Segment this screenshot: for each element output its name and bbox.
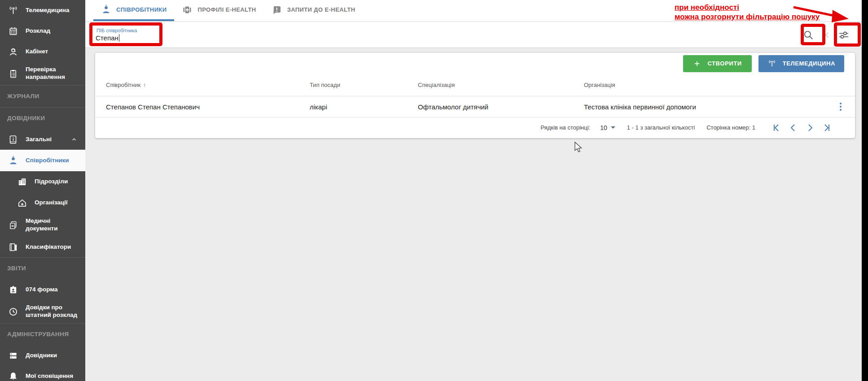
column-header-спеціалізація[interactable]: Спеціалізація	[418, 82, 584, 88]
card-toolbar: СТВОРИТИ ТЕЛЕМЕДИЦИНА	[95, 53, 855, 74]
clear-icon[interactable]	[821, 30, 831, 40]
doctor-icon	[7, 47, 19, 57]
sort-asc-icon: ↑	[143, 82, 146, 88]
sidebar-item-організації[interactable]: Організації	[0, 192, 85, 213]
mouse-cursor	[574, 142, 583, 153]
search-bar: ПІБ співробітника Степан	[85, 22, 862, 48]
first-page-button[interactable]	[770, 121, 782, 134]
clock-icon	[7, 307, 19, 317]
sidebar-section-журнали: ЖУРНАЛИ	[0, 86, 85, 107]
book-info-icon	[7, 134, 19, 145]
sidebar-section-звіти: ЗВІТИ	[0, 258, 85, 279]
list-icon	[7, 351, 19, 361]
sidebar-item-загальні[interactable]: Загальні	[0, 129, 85, 150]
column-header-тип-посади[interactable]: Тип посади	[310, 82, 418, 88]
main-content: СПІВРОБІТНИКИПРОФІЛІ E-HEALTHЗАПИТИ ДО E…	[85, 0, 862, 381]
search-bar-actions	[802, 22, 850, 48]
tab-профілі-e-health[interactable]: ПРОФІЛІ E-HEALTH	[174, 0, 263, 21]
last-page-button[interactable]	[821, 121, 833, 134]
rows-per-page-select[interactable]: 10	[600, 124, 615, 131]
row-menu-button[interactable]	[837, 100, 844, 113]
chevron-up-icon	[68, 136, 80, 143]
bell-icon	[7, 371, 19, 381]
tab-запити-до-e-health[interactable]: ЗАПИТИ ДО E-HEALTH	[264, 0, 363, 21]
cell-тип-посади: лікарі	[310, 103, 418, 111]
plus-icon	[693, 60, 701, 68]
annotation-arrow	[792, 4, 851, 24]
badge-icon	[7, 285, 19, 295]
antenna-icon	[767, 59, 776, 68]
column-header-організація[interactable]: Організація	[584, 82, 822, 88]
next-page-button[interactable]	[804, 121, 816, 134]
documents-icon	[7, 220, 19, 230]
antenna-icon	[7, 5, 19, 16]
create-button[interactable]: СТВОРИТИ	[683, 55, 751, 72]
message-alert-icon	[272, 4, 282, 15]
previous-page-button[interactable]	[787, 121, 799, 134]
person-icon	[7, 156, 19, 166]
rows-per-page-label: Рядків на сторінці:	[540, 124, 590, 131]
sidebar-section-адміністрування: АДМІНІСТРУВАННЯ	[0, 324, 85, 345]
sidebar-item-074-форма[interactable]: 074 форма	[0, 279, 85, 300]
sidebar-item-телемедицина[interactable]: Телемедицина	[0, 0, 85, 21]
sidebar-item-довідки-про-штатний-розклад[interactable]: Довідки про штатний розклад	[0, 300, 85, 323]
clipboard-icon	[7, 69, 19, 79]
books-icon	[7, 242, 19, 252]
sidebar-item-перевірка-направлення[interactable]: Перевірка направлення	[0, 62, 85, 85]
search-input[interactable]: Степан	[96, 34, 119, 42]
calendar-icon	[7, 26, 19, 36]
table-row[interactable]: Степанов Степан СтепановичлікаріОфтальмо…	[95, 96, 855, 117]
sidebar-item-підрозділи[interactable]: Підрозділи	[0, 171, 85, 192]
cell-співробітник: Степанов Степан Степанович	[106, 103, 310, 111]
table-header: Співробітник↑Тип посадиСпеціалізаціяОрга…	[95, 74, 855, 96]
building-icon	[16, 177, 28, 187]
rows-per-page: Рядків на сторінці: 10	[540, 124, 615, 131]
sidebar-item-довідники[interactable]: Довідники	[0, 345, 85, 366]
pagination-page-number: Сторінка номер: 1	[706, 124, 755, 131]
filter-icon[interactable]	[837, 29, 850, 41]
pagination-nav	[770, 121, 833, 134]
text-cursor	[119, 34, 120, 42]
screen-right-edge	[862, 0, 868, 381]
search-icon[interactable]	[802, 29, 814, 41]
sidebar-item-кабінет[interactable]: Кабінет	[0, 41, 85, 62]
table-body: Степанов Степан СтепановичлікаріОфтальмо…	[95, 96, 855, 117]
cell-організація: Тестова клініка первинної допомоги	[584, 103, 822, 111]
sidebar-item-мої-сповіщення[interactable]: Мої сповіщення	[0, 366, 85, 381]
sidebar-section-довідники: ДОВІДНИКИ	[0, 108, 85, 129]
column-header-співробітник[interactable]: Співробітник↑	[106, 82, 310, 88]
person-icon	[101, 4, 111, 15]
sidebar-item-медичні-документи[interactable]: Медичні документи	[0, 213, 85, 237]
cell-спеціалізація: Офтальмолог дитячий	[418, 103, 584, 111]
pagination: Рядків на сторінці: 10 1 - 1 з загальної…	[95, 117, 855, 138]
sidebar: ТелемедицинаРозкладКабінетПеревірка напр…	[0, 0, 85, 381]
home-plus-icon	[16, 198, 28, 208]
tab-співробітники[interactable]: СПІВРОБІТНИКИ	[93, 0, 174, 21]
sidebar-item-розклад[interactable]: Розклад	[0, 21, 85, 41]
telemedicine-button[interactable]: ТЕЛЕМЕДИЦИНА	[758, 55, 844, 72]
sidebar-item-співробітники[interactable]: Співробітники	[0, 150, 85, 171]
caret-down-icon	[611, 126, 615, 129]
search-field-label: ПІБ співробітника	[96, 28, 137, 33]
profile-icon	[182, 4, 193, 15]
pagination-range: 1 - 1 з загальної кількості	[627, 124, 695, 131]
employees-card: СТВОРИТИ ТЕЛЕМЕДИЦИНА Співробітник↑Тип п…	[95, 53, 855, 138]
sidebar-item-класифікатори[interactable]: Класифікатори	[0, 237, 85, 257]
app-root: { "colors": { "accent_blue": "#4a7fb5", …	[0, 0, 868, 381]
